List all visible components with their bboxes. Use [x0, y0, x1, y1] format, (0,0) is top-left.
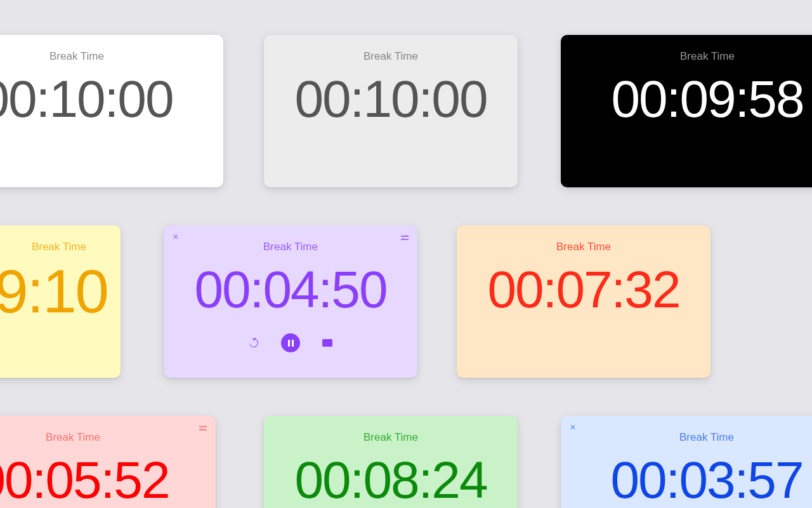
close-icon[interactable]: ✕ — [570, 424, 576, 431]
settings-icon[interactable] — [401, 233, 409, 243]
timer-title: Break Time — [32, 241, 86, 253]
pause-button[interactable] — [281, 333, 300, 352]
timer-value: 00:07:32 — [487, 262, 679, 317]
timer-value: 00:08:24 — [294, 453, 487, 507]
timer-value: 00:03:57 — [610, 453, 802, 507]
timer-card-orange: Break Time00:07:32 — [457, 225, 710, 378]
settings-icon[interactable] — [199, 424, 207, 433]
timer-value: 00:10:00 — [294, 72, 487, 126]
fullscreen-button[interactable] — [318, 333, 337, 352]
timer-card-blue: ✕Break Time00:03:57 — [561, 416, 812, 508]
timer-title: Break Time — [556, 241, 611, 253]
timer-title: Break Time — [263, 241, 318, 253]
timer-value: 9:10 — [0, 260, 108, 324]
timer-card-white: Break Time00:10:00 — [0, 35, 223, 187]
timer-card-green: Break Time00:08:24 — [264, 416, 518, 508]
reset-button[interactable] — [244, 333, 263, 352]
timer-value: 00:05:52 — [0, 453, 169, 507]
timer-title: Break Time — [680, 50, 735, 63]
timer-title: Break Time — [49, 50, 104, 63]
timer-value: 00:10:00 — [0, 72, 173, 126]
timer-value: 00:04:50 — [194, 262, 386, 317]
close-icon[interactable]: ✕ — [173, 233, 179, 241]
timer-title: Break Time — [679, 431, 734, 444]
timer-card-pink: Break Time00:05:52 — [0, 416, 216, 508]
timer-value: 00:09:58 — [611, 72, 803, 126]
timer-card-purple: ✕Break Time00:04:50 — [164, 225, 417, 378]
timer-card-yellow: Break Time9:10 — [0, 225, 121, 378]
timer-title: Break Time — [363, 50, 418, 63]
timer-card-grey: Break Time00:10:00 — [264, 35, 518, 187]
timer-card-black: Break Time00:09:58 — [561, 35, 812, 187]
timer-title: Break Time — [46, 431, 100, 444]
timer-title: Break Time — [363, 431, 418, 444]
timer-controls — [244, 333, 337, 352]
